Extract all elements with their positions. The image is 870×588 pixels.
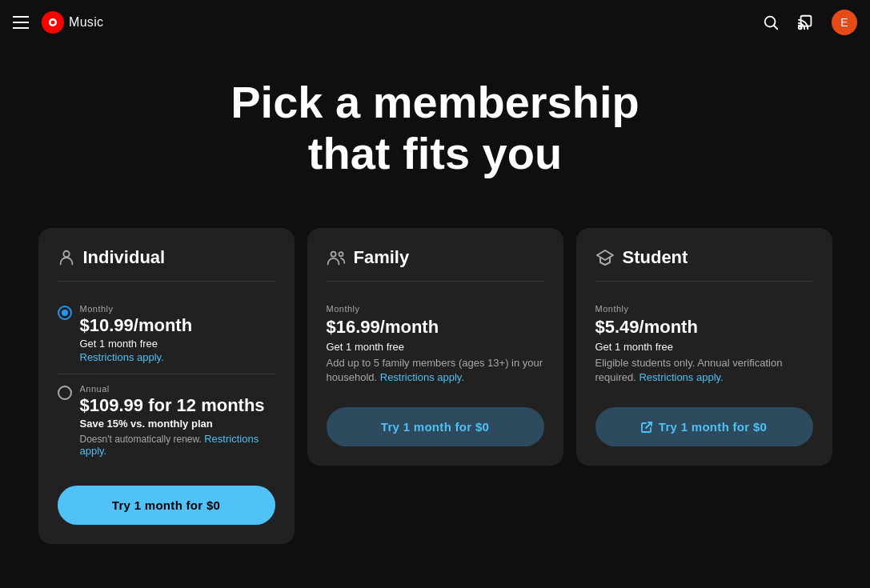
cast-icon[interactable]	[796, 13, 816, 32]
annual-option[interactable]: Annual $109.99 for 12 months Save 15% vs…	[58, 374, 275, 466]
annual-save: Save 15% vs. monthly plan	[80, 418, 275, 430]
monthly-restrictions-link[interactable]: Restrictions apply.	[80, 351, 164, 363]
family-card-header: Family	[327, 247, 544, 268]
student-plan-card: Student Monthly $5.49/month Get 1 month …	[576, 228, 832, 466]
individual-cta-button[interactable]: Try 1 month for $0	[58, 486, 275, 525]
svg-point-2	[51, 21, 55, 25]
logo-text: Music	[69, 15, 103, 30]
page-title: Pick a membership that fits you	[32, 77, 838, 180]
family-plan-card: Family Monthly $16.99/month Get 1 month …	[307, 228, 563, 466]
yt-music-logo-icon	[42, 11, 64, 34]
student-billing-label: Monthly	[595, 304, 813, 314]
svg-line-12	[646, 422, 651, 428]
main-content: Pick a membership that fits you Individu…	[0, 45, 870, 588]
svg-point-3	[765, 17, 776, 27]
svg-point-9	[331, 251, 335, 256]
user-avatar[interactable]: E	[832, 10, 857, 35]
student-description: Eligible students only. Annual verificat…	[595, 356, 813, 385]
svg-point-8	[63, 251, 69, 257]
search-icon[interactable]	[761, 13, 780, 32]
student-plan-title: Student	[623, 247, 688, 268]
plans-container: Individual Monthly $10.99/month Get 1 mo…	[32, 228, 838, 544]
graduation-icon	[595, 249, 615, 266]
family-plan-info: Monthly $16.99/month Get 1 month free Ad…	[327, 294, 544, 388]
svg-line-4	[774, 26, 777, 29]
person-icon	[58, 249, 75, 266]
student-free: Get 1 month free	[595, 341, 813, 353]
individual-plan-card: Individual Monthly $10.99/month Get 1 mo…	[38, 228, 295, 544]
individual-plan-title: Individual	[83, 247, 166, 268]
student-card-divider	[595, 281, 813, 282]
logo[interactable]: Music	[42, 11, 103, 34]
svg-point-10	[339, 252, 343, 256]
header-right: E	[761, 10, 857, 35]
family-icon	[327, 249, 346, 266]
family-restrictions-link[interactable]: Restrictions apply.	[380, 371, 464, 383]
monthly-price: $10.99/month	[80, 315, 193, 336]
annual-radio[interactable]	[58, 386, 72, 400]
family-plan-title: Family	[354, 247, 410, 268]
student-price: $5.49/month	[595, 317, 813, 338]
header-left: Music	[13, 11, 103, 34]
card-divider	[58, 281, 275, 282]
monthly-radio[interactable]	[58, 306, 72, 320]
external-link-icon	[641, 422, 652, 433]
student-card-header: Student	[595, 247, 813, 268]
monthly-free: Get 1 month free	[80, 338, 193, 350]
family-price: $16.99/month	[327, 317, 544, 338]
family-billing-label: Monthly	[327, 304, 544, 314]
student-restrictions-link[interactable]: Restrictions apply.	[639, 371, 723, 383]
monthly-option[interactable]: Monthly $10.99/month Get 1 month free Re…	[58, 294, 275, 374]
annual-price: $109.99 for 12 months	[80, 395, 275, 416]
family-card-divider	[327, 281, 544, 282]
monthly-label: Monthly	[80, 304, 193, 314]
individual-card-header: Individual	[58, 247, 275, 268]
family-free: Get 1 month free	[327, 341, 544, 353]
family-cta-button[interactable]: Try 1 month for $0	[327, 407, 544, 446]
family-description: Add up to 5 family members (ages 13+) in…	[327, 356, 544, 385]
menu-icon[interactable]	[13, 16, 29, 29]
student-cta-button[interactable]: Try 1 month for $0	[595, 407, 813, 446]
header: Music E	[0, 0, 870, 45]
annual-note: Doesn't automatically renew. Restriction…	[80, 433, 275, 457]
student-plan-info: Monthly $5.49/month Get 1 month free Eli…	[595, 294, 813, 388]
annual-label: Annual	[80, 384, 275, 394]
